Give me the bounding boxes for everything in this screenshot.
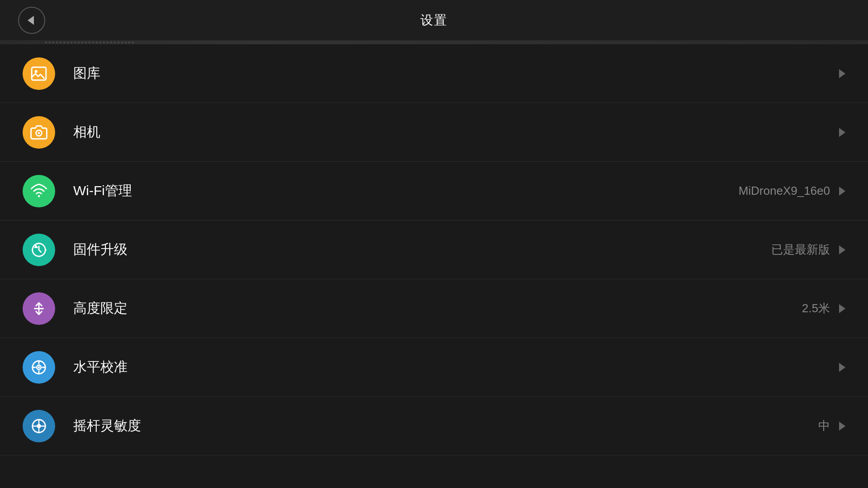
svg-point-4 <box>38 195 40 197</box>
firmware-chevron-icon <box>839 245 845 254</box>
page-title: 设置 <box>420 12 448 29</box>
wifi-chevron-icon <box>839 187 845 196</box>
calibrate-chevron-icon <box>839 363 845 372</box>
joystick-chevron-icon <box>839 422 845 431</box>
back-button[interactable] <box>18 7 45 34</box>
altitude-label: 高度限定 <box>73 299 802 318</box>
gallery-label: 图库 <box>73 64 830 83</box>
calibrate-icon <box>30 359 47 376</box>
gallery-icon-circle <box>23 57 55 90</box>
camera-icon-circle <box>23 116 55 149</box>
camera-label: 相机 <box>73 123 830 141</box>
settings-item-gallery[interactable]: 图库 <box>0 44 868 103</box>
joystick-icon-circle <box>23 410 55 442</box>
settings-item-calibrate[interactable]: 水平校准 <box>0 338 868 397</box>
joystick-value: 中 <box>818 418 830 434</box>
gallery-icon <box>30 65 47 82</box>
camera-icon <box>30 124 47 141</box>
wifi-icon-circle <box>23 175 55 207</box>
settings-list: 图库 相机 Wi-Fi管理 MiDroneX9_16e0 <box>0 44 868 455</box>
joystick-icon <box>30 418 47 435</box>
wifi-icon <box>30 183 47 200</box>
svg-point-14 <box>38 366 40 368</box>
settings-item-camera[interactable]: 相机 <box>0 103 868 162</box>
settings-item-altitude[interactable]: 高度限定 2.5米 <box>0 279 868 338</box>
settings-item-wifi[interactable]: Wi-Fi管理 MiDroneX9_16e0 <box>0 162 868 221</box>
svg-point-16 <box>37 424 41 428</box>
altitude-chevron-icon <box>839 304 845 313</box>
gallery-chevron-icon <box>839 69 845 78</box>
firmware-label: 固件升级 <box>73 240 771 259</box>
svg-point-3 <box>38 132 40 134</box>
joystick-label: 摇杆灵敏度 <box>73 417 818 435</box>
settings-item-joystick[interactable]: 摇杆灵敏度 中 <box>0 397 868 455</box>
camera-chevron-icon <box>839 128 845 137</box>
firmware-icon-circle <box>23 234 55 266</box>
altitude-icon <box>30 300 47 317</box>
wifi-label: Wi-Fi管理 <box>73 182 739 200</box>
altitude-icon-circle <box>23 292 55 325</box>
calibrate-icon-circle <box>23 351 55 384</box>
wifi-value: MiDroneX9_16e0 <box>739 184 830 198</box>
back-chevron-icon <box>28 16 34 25</box>
altitude-value: 2.5米 <box>802 300 830 316</box>
header: 设置 <box>0 0 868 41</box>
settings-item-firmware[interactable]: 固件升级 已是最新版 <box>0 221 868 279</box>
divider-bar <box>0 41 868 44</box>
firmware-value: 已是最新版 <box>771 242 830 258</box>
firmware-icon <box>30 241 47 258</box>
svg-point-1 <box>35 70 38 73</box>
calibrate-label: 水平校准 <box>73 358 830 376</box>
